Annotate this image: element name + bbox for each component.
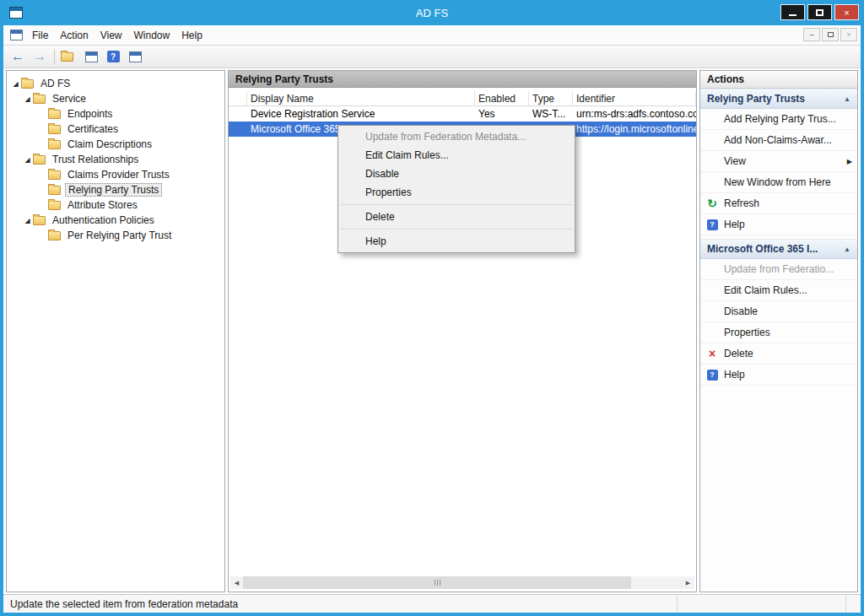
tree-item-trust-relationships[interactable]: ◢ Trust Relationships: [7, 152, 224, 167]
tree-item-authentication-policies[interactable]: ◢ Authentication Policies: [7, 213, 224, 228]
menu-window[interactable]: Window: [128, 27, 176, 44]
action-label: Help: [724, 369, 745, 381]
tree-item-label: Authentication Policies: [50, 214, 157, 226]
collapse-icon[interactable]: ▲: [844, 95, 850, 103]
client-area: File Action View Window Help – × ← → ?: [3, 25, 861, 613]
action-view[interactable]: View ▶: [700, 151, 857, 172]
cell-identifier: urn:ms-drs:adfs.contoso.com: [573, 106, 696, 122]
action-add-non-claims-aware[interactable]: Add Non-Claims-Awar...: [700, 130, 857, 151]
menu-file[interactable]: File: [26, 27, 54, 44]
delete-icon-wrap: ×: [700, 347, 724, 360]
refresh-icon-wrap: ↻: [700, 197, 724, 210]
horizontal-scrollbar[interactable]: ◀ ▶: [230, 576, 694, 589]
collapse-icon[interactable]: ▲: [844, 246, 850, 253]
close-button[interactable]: ×: [834, 4, 859, 20]
tree-item-label: Attribute Stores: [65, 199, 140, 211]
action-label: Properties: [724, 327, 770, 338]
app-icon: [9, 7, 23, 19]
column-header-identifier[interactable]: Identifier: [573, 91, 696, 106]
minimize-button[interactable]: [780, 4, 805, 20]
action-label: New Window from Here: [724, 176, 831, 188]
tree-item-endpoints[interactable]: Endpoints: [7, 106, 224, 122]
console-window-icon: [85, 51, 98, 62]
action-new-window-from-here[interactable]: New Window from Here: [700, 172, 857, 193]
help-toolbar-button[interactable]: ?: [103, 47, 123, 66]
folder-icon: [48, 110, 61, 119]
folder-icon: [33, 216, 46, 225]
scrollbar-thumb[interactable]: [243, 576, 631, 589]
action-label: Refresh: [724, 197, 759, 209]
toolbar: ← → ?: [3, 46, 861, 68]
actions-section-microsoft-office-365[interactable]: Microsoft Office 365 I... ▲: [700, 239, 857, 259]
back-button[interactable]: ←: [8, 47, 28, 66]
maximize-button[interactable]: [807, 4, 832, 20]
action-label: Add Non-Claims-Awar...: [724, 134, 832, 146]
ctx-edit-claim-rules[interactable]: Edit Claim Rules...: [338, 146, 575, 165]
tree-item-certificates[interactable]: Certificates: [7, 122, 224, 137]
action-refresh[interactable]: ↻ Refresh: [700, 193, 857, 214]
column-header-icon: [229, 91, 247, 106]
forward-button[interactable]: →: [30, 47, 50, 66]
action-disable[interactable]: Disable: [700, 301, 857, 322]
action-edit-claim-rules[interactable]: Edit Claim Rules...: [700, 280, 857, 301]
export-list-button[interactable]: [59, 47, 79, 66]
actions-section-relying-party-trusts[interactable]: Relying Party Trusts ▲: [700, 89, 857, 109]
action-label: View: [724, 155, 746, 167]
tree-item-claims-provider-trusts[interactable]: Claims Provider Trusts: [7, 167, 224, 182]
column-header-type[interactable]: Type: [529, 91, 573, 106]
table-row-device-registration-service[interactable]: Device Registration Service Yes WS-T... …: [229, 106, 696, 122]
expander-icon[interactable]: ◢: [10, 80, 21, 88]
folder-icon: [48, 186, 61, 195]
scroll-grip: [435, 580, 435, 586]
scroll-left-button[interactable]: ◀: [230, 576, 243, 589]
menu-action[interactable]: Action: [54, 27, 94, 44]
cell-icon: [229, 122, 247, 137]
show-console-tree-button[interactable]: [81, 47, 101, 66]
scrollbar-track[interactable]: [631, 576, 682, 589]
statusbar: Update the selected item from federation…: [3, 594, 861, 613]
folder-icon: [48, 140, 61, 149]
show-action-pane-button[interactable]: [125, 47, 145, 66]
action-delete[interactable]: × Delete: [700, 343, 857, 365]
tree-item-service[interactable]: ◢ Service: [7, 91, 224, 106]
expander-icon[interactable]: ◢: [22, 156, 33, 164]
tree-item-label: Claim Descriptions: [65, 138, 154, 150]
scroll-right-button[interactable]: ▶: [682, 576, 694, 589]
menu-help[interactable]: Help: [176, 27, 208, 44]
tree-item-label: Per Relying Party Trust: [65, 230, 174, 241]
action-label: Update from Federatio...: [724, 263, 834, 275]
tree-item-label: Service: [50, 93, 89, 105]
tree-item-label: AD FS: [38, 78, 73, 89]
column-header-enabled[interactable]: Enabled: [475, 91, 529, 106]
section-header-label: Microsoft Office 365 I...: [707, 243, 818, 255]
tree-item-adfs[interactable]: ◢ AD FS: [7, 76, 224, 91]
mmc-restore-button[interactable]: [822, 28, 839, 41]
ctx-delete[interactable]: Delete: [338, 208, 575, 226]
tree-item-per-relying-party-trust[interactable]: Per Relying Party Trust: [7, 228, 224, 243]
actions-pane-title: Actions: [700, 71, 857, 89]
console-tree-pane: ◢ AD FS ◢ Service Endpoints Ce: [6, 70, 225, 592]
tree-item-attribute-stores[interactable]: Attribute Stores: [7, 197, 224, 213]
folder-icon: [48, 125, 61, 134]
ctx-disable[interactable]: Disable: [338, 165, 575, 183]
mmc-close-button[interactable]: ×: [840, 28, 857, 41]
tree-item-relying-party-trusts[interactable]: Relying Party Trusts: [7, 182, 224, 197]
folder-icon: [61, 52, 73, 62]
actions-pane: Actions Relying Party Trusts ▲ Add Relyi…: [699, 70, 858, 592]
action-help-2[interactable]: ? Help: [700, 365, 857, 386]
action-help[interactable]: ? Help: [700, 214, 857, 235]
action-properties[interactable]: Properties: [700, 322, 857, 343]
cell-display-name: Device Registration Service: [247, 106, 475, 122]
expander-icon[interactable]: ◢: [22, 217, 33, 224]
tree-item-claim-descriptions[interactable]: Claim Descriptions: [7, 137, 224, 152]
column-header-display-name[interactable]: Display Name: [247, 91, 475, 106]
action-label: Disable: [724, 305, 758, 317]
ctx-properties[interactable]: Properties: [338, 183, 575, 202]
mmc-minimize-button[interactable]: –: [803, 28, 820, 41]
action-pane-window-icon: [129, 51, 142, 62]
ctx-help[interactable]: Help: [338, 232, 575, 251]
menu-view[interactable]: View: [94, 27, 128, 44]
expander-icon[interactable]: ◢: [22, 95, 33, 103]
delete-icon: ×: [709, 347, 716, 360]
action-add-relying-party-trust[interactable]: Add Relying Party Trus...: [700, 109, 857, 130]
